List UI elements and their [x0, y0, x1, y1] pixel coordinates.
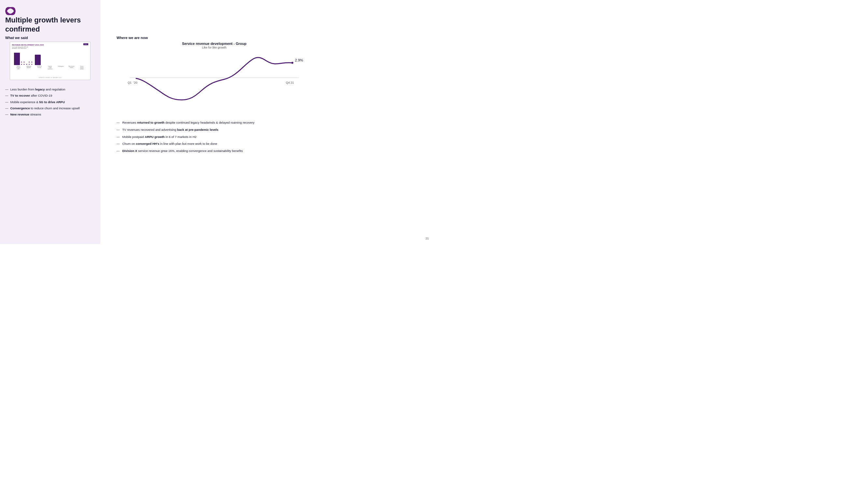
- bullet-right-2: — TV revenues recovered and advertising …: [117, 128, 426, 132]
- slide-bar-2: [35, 55, 41, 65]
- bullet-right-4: — Churn on converged HH's in line with p…: [117, 141, 426, 146]
- svg-text:Q1: Q1: [128, 81, 131, 84]
- bullets-right: — Revenues returned to growth despite co…: [117, 120, 426, 156]
- what-we-said-label: What we said: [5, 36, 28, 40]
- bullet-left-4: — Convergence to reduce churn and increa…: [5, 106, 96, 110]
- bullet-left-3: — Mobile experience & 5G to drive ARPU: [5, 100, 96, 104]
- slide-thumb-sub: Low single digit growth 2021-23Illustrat…: [12, 46, 88, 49]
- bullet-left-2: — TV to recover after COVID-19: [5, 93, 96, 98]
- slide-bar-1: [14, 53, 20, 65]
- bullets-left: — Less burden from legacy and regulation…: [5, 87, 96, 119]
- chart-title: Service revenue development - Group: [117, 42, 312, 45]
- where-now-label: Where we are now: [117, 36, 148, 40]
- bullet-right-3: — Mobile postpaid ARPU growth in 6 of 7 …: [117, 135, 426, 139]
- chart-container: Service revenue development - Group Like…: [117, 42, 312, 113]
- bullet-left-5: — New revenue streams: [5, 112, 96, 117]
- chart-svg: Q1 '20 Q4 21 2.9%: [117, 52, 312, 107]
- svg-text:2.9%: 2.9%: [295, 58, 303, 62]
- right-section: Where we are now Service revenue develop…: [100, 0, 434, 244]
- svg-text:Q4 21: Q4 21: [286, 81, 294, 84]
- slide-footer: STRATEGY UPDATE 28 JANUARY 2021: [10, 77, 90, 78]
- svg-point-8: [291, 62, 293, 64]
- bullet-right-5: — Division X service revenue grew 16%, e…: [117, 149, 426, 153]
- slide-thumbnail: Invest REVENUE DEVELOPMENT 2021-2023 Low…: [10, 42, 91, 80]
- svg-text:'20: '20: [133, 81, 137, 84]
- slide-nav-btn: Invest: [83, 43, 88, 45]
- page-number: 21: [426, 237, 429, 240]
- slide-thumb-title: REVENUE DEVELOPMENT 2021-2023: [12, 44, 88, 46]
- chart-subtitle: Like for like growth: [117, 46, 312, 49]
- bullet-left-1: — Less burden from legacy and regulation: [5, 87, 96, 91]
- page-title: Multiple growth levers confirmed: [5, 15, 96, 33]
- bullet-right-1: — Revenues returned to growth despite co…: [117, 120, 426, 125]
